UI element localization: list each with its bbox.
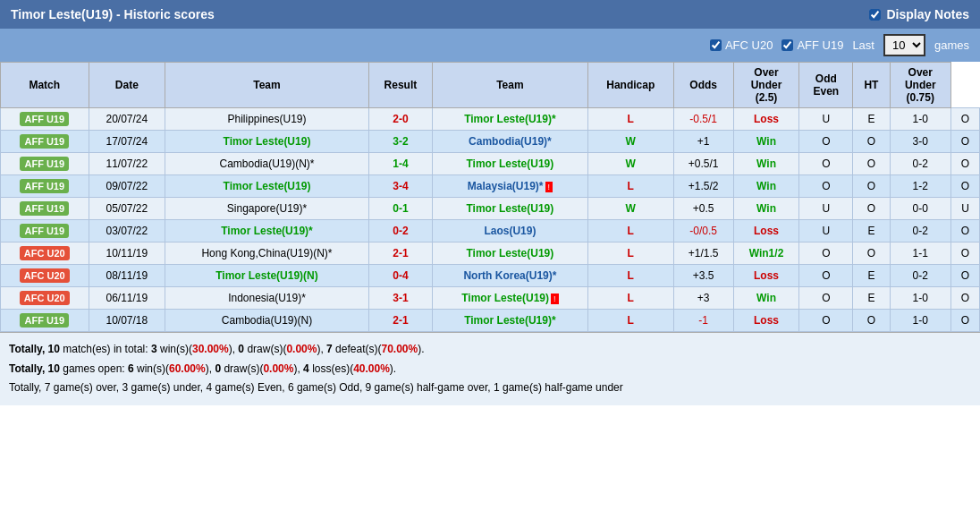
- cell-match: AFF U19: [1, 131, 89, 153]
- cell-team2: Malaysia(U19)*!: [433, 175, 588, 198]
- col-oe: OddEven: [799, 63, 853, 108]
- cell-result: 0-1: [368, 198, 432, 220]
- games-select[interactable]: 10 20 30: [883, 34, 925, 56]
- cell-oe: O: [853, 175, 891, 198]
- cell-ht: 1-1: [890, 242, 950, 265]
- cell-team2: North Korea(U19)*: [433, 265, 588, 287]
- cell-odds: Win: [733, 287, 799, 310]
- cell-match: AFC U20: [1, 265, 89, 287]
- cell-date: 05/07/22: [89, 198, 165, 220]
- cell-date: 09/07/22: [89, 175, 165, 198]
- cell-ht: 0-2: [890, 153, 950, 175]
- cell-ou25: O: [799, 242, 853, 265]
- cell-team1: Philippines(U19): [165, 108, 369, 131]
- cell-oe: E: [853, 287, 891, 310]
- cell-ou075: U: [950, 198, 979, 220]
- cell-handicap: +0.5/1: [673, 153, 733, 175]
- cell-match: AFF U19: [1, 198, 89, 220]
- red-flag-icon: !: [545, 182, 553, 192]
- cell-ou25: O: [799, 175, 853, 198]
- match-tag: AFF U19: [20, 313, 69, 328]
- cell-team1: Indonesia(U19)*: [165, 287, 369, 310]
- cell-result: 0-2: [368, 220, 432, 242]
- cell-odds: Loss: [733, 220, 799, 242]
- cell-result: 3-2: [368, 131, 432, 153]
- cell-date: 08/11/19: [89, 265, 165, 287]
- cell-wl: W: [587, 131, 673, 153]
- cell-ht: 0-2: [890, 220, 950, 242]
- cell-odds: Loss: [733, 108, 799, 131]
- cell-ou25: O: [799, 153, 853, 175]
- col-ou25: OverUnder(2.5): [733, 63, 799, 108]
- footer-stats: Totally, 10 match(es) in total: 3 win(s)…: [0, 332, 980, 405]
- cell-ou25: U: [799, 108, 853, 131]
- cell-date: 06/11/19: [89, 287, 165, 310]
- cell-ht: 1-2: [890, 175, 950, 198]
- cell-wl: L: [587, 265, 673, 287]
- col-handicap: Handicap: [587, 63, 673, 108]
- cell-handicap: +1/1.5: [673, 242, 733, 265]
- cell-wl: L: [587, 175, 673, 198]
- cell-ht: 1-0: [890, 108, 950, 131]
- cell-team2: Timor Leste(U19)*: [433, 310, 588, 332]
- cell-handicap: -0.5/1: [673, 108, 733, 131]
- col-odds: Odds: [673, 63, 733, 108]
- col-ou075: OverUnder(0.75): [890, 63, 950, 108]
- cell-odds: Loss: [733, 265, 799, 287]
- footer-line2: Totally, 10 games open: 6 win(s)(60.00%)…: [9, 360, 971, 379]
- cell-ou25: O: [799, 287, 853, 310]
- cell-oe: E: [853, 108, 891, 131]
- cell-team2: Laos(U19): [433, 220, 588, 242]
- aff-checkbox[interactable]: [781, 39, 793, 51]
- cell-ou075: O: [950, 220, 979, 242]
- cell-date: 20/07/24: [89, 108, 165, 131]
- page-title: Timor Leste(U19) - Historic scores: [11, 7, 215, 21]
- cell-ou075: O: [950, 175, 979, 198]
- col-match: Match: [1, 63, 89, 108]
- cell-date: 10/07/18: [89, 310, 165, 332]
- footer-line3: Totally, 7 game(s) over, 3 game(s) under…: [9, 379, 971, 398]
- match-tag: AFF U19: [20, 157, 69, 171]
- cell-ou075: O: [950, 242, 979, 265]
- cell-odds: Win: [733, 131, 799, 153]
- cell-ou25: U: [799, 220, 853, 242]
- match-tag: AFF U19: [20, 134, 69, 149]
- cell-odds: Win: [733, 198, 799, 220]
- afc-filter[interactable]: AFC U20: [710, 38, 773, 52]
- aff-filter[interactable]: AFF U19: [781, 38, 843, 52]
- table-row: AFF U19 09/07/22 Timor Leste(U19) 3-4 Ma…: [1, 175, 980, 198]
- cell-date: 17/07/24: [89, 131, 165, 153]
- cell-team2: Timor Leste(U19)*: [433, 108, 588, 131]
- cell-ou25: U: [799, 198, 853, 220]
- table-row: AFF U19 20/07/24 Philippines(U19) 2-0 Ti…: [1, 108, 980, 131]
- cell-match: AFC U20: [1, 287, 89, 310]
- cell-date: 10/11/19: [89, 242, 165, 265]
- cell-wl: L: [587, 242, 673, 265]
- display-notes-label: Display Notes: [886, 7, 969, 21]
- cell-result: 2-0: [368, 108, 432, 131]
- match-tag: AFF U19: [20, 179, 69, 193]
- col-team2: Team: [433, 63, 588, 108]
- cell-handicap: -0/0.5: [673, 220, 733, 242]
- cell-team2: Timor Leste(U19): [433, 198, 588, 220]
- cell-wl: L: [587, 220, 673, 242]
- cell-odds: Win1/2: [733, 242, 799, 265]
- cell-ht: 1-0: [890, 287, 950, 310]
- cell-result: 2-1: [368, 310, 432, 332]
- cell-team1: Timor Leste(U19): [165, 175, 369, 198]
- cell-team2: Timor Leste(U19): [433, 242, 588, 265]
- cell-match: AFF U19: [1, 310, 89, 332]
- cell-team2: Timor Leste(U19): [433, 153, 588, 175]
- cell-result: 1-4: [368, 153, 432, 175]
- display-notes-checkbox[interactable]: [869, 9, 881, 21]
- afc-checkbox[interactable]: [710, 39, 722, 51]
- footer-line1: Totally, 10 match(es) in total: 3 win(s)…: [9, 340, 971, 360]
- cell-team1: Timor Leste(U19)(N): [165, 265, 369, 287]
- cell-team1: Singapore(U19)*: [165, 198, 369, 220]
- cell-date: 03/07/22: [89, 220, 165, 242]
- cell-result: 2-1: [368, 242, 432, 265]
- table-row: AFC U20 08/11/19 Timor Leste(U19)(N) 0-4…: [1, 265, 980, 287]
- cell-result: 3-1: [368, 287, 432, 310]
- match-tag: AFC U20: [20, 268, 70, 283]
- cell-date: 11/07/22: [89, 153, 165, 175]
